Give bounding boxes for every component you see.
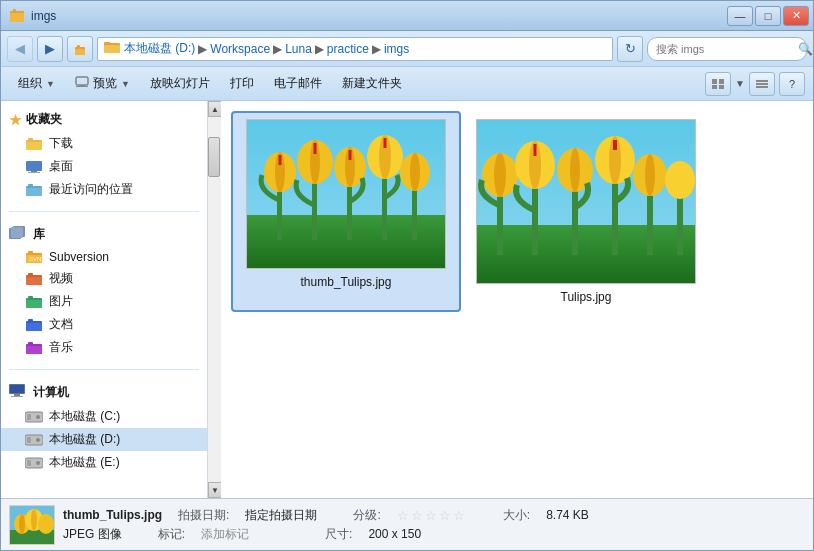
sidebar-item-subversion[interactable]: SVN Subversion [1, 247, 207, 267]
up-button[interactable] [67, 36, 93, 62]
svg-rect-46 [28, 342, 33, 345]
status-size-label: 大小: [503, 507, 530, 524]
svg-point-53 [36, 415, 40, 419]
title-bar-buttons: — □ ✕ [727, 6, 809, 26]
thumbnail-tulips [476, 119, 696, 284]
svg-point-59 [36, 461, 40, 465]
title-bar: imgs — □ ✕ [1, 1, 813, 31]
status-rating-stars: ☆☆☆☆☆ [397, 508, 467, 523]
sidebar-scrollbar: ▲ ▼ [207, 101, 221, 498]
svg-rect-20 [26, 142, 42, 150]
back-button[interactable]: ◀ [7, 36, 33, 62]
svg-rect-33 [28, 251, 33, 254]
scrollbar-up-button[interactable]: ▲ [208, 101, 222, 117]
svg-rect-9 [76, 77, 88, 85]
organize-button[interactable]: 组织 ▼ [9, 71, 64, 97]
preview-button[interactable]: 预览 ▼ [66, 71, 139, 97]
main-content: ★ 收藏夹 下载 [1, 101, 813, 498]
file-item-thumb-tulips[interactable]: thumb_Tulips.jpg [231, 111, 461, 312]
title-bar-left: imgs [9, 8, 56, 24]
window-title: imgs [31, 9, 56, 23]
svg-rect-36 [26, 277, 42, 285]
close-button[interactable]: ✕ [783, 6, 809, 26]
thumbnail-thumb-tulips [246, 119, 446, 269]
new-folder-button[interactable]: 新建文件夹 [333, 71, 411, 97]
sidebar-item-drive-d[interactable]: 本地磁盘 (D:) [1, 428, 207, 451]
status-filetype: JPEG 图像 [63, 526, 122, 543]
pictures-icon [25, 295, 43, 309]
filename-tulips: Tulips.jpg [561, 290, 612, 304]
search-box: 🔍 [647, 37, 807, 61]
drive-d-icon [25, 433, 43, 447]
status-capture-label: 拍摄日期: [178, 507, 229, 524]
scrollbar-thumb[interactable] [208, 137, 220, 177]
svg-point-105 [19, 514, 25, 534]
status-row-2: JPEG 图像 标记: 添加标记 尺寸: 200 x 150 [63, 526, 805, 543]
view-large-icon-button[interactable] [705, 72, 731, 96]
svg-rect-8 [104, 42, 110, 45]
view-dropdown-arrow[interactable]: ▼ [735, 78, 745, 89]
toolbar: 组织 ▼ 预览 ▼ 放映幻灯片 打印 电子邮件 新建文件夹 [1, 67, 813, 101]
library-section: 库 SVN Subversion [1, 216, 207, 365]
svg-rect-27 [28, 184, 33, 187]
sidebar-item-music[interactable]: 音乐 [1, 336, 207, 359]
forward-button[interactable]: ▶ [37, 36, 63, 62]
svg-point-90 [494, 153, 506, 197]
computer-header[interactable]: 计算机 [1, 380, 207, 405]
sidebar-item-video[interactable]: 视频 [1, 267, 207, 290]
svg-point-100 [645, 154, 655, 196]
library-header[interactable]: 库 [1, 222, 207, 247]
status-thumbnail [9, 505, 55, 545]
path-workspace[interactable]: Workspace [210, 42, 270, 56]
sidebar-item-download[interactable]: 下载 [1, 132, 207, 155]
favorites-header[interactable]: ★ 收藏夹 [1, 107, 207, 132]
status-tag-label: 标记: [158, 526, 185, 543]
slideshow-button[interactable]: 放映幻灯片 [141, 71, 219, 97]
search-input[interactable] [656, 43, 794, 55]
svg-rect-1 [10, 13, 24, 22]
svg-rect-17 [756, 83, 768, 85]
help-button[interactable]: ? [779, 72, 805, 96]
sidebar-item-recent[interactable]: 最近访问的位置 [1, 178, 207, 201]
path-practice[interactable]: practice [327, 42, 369, 56]
svg-rect-39 [26, 300, 42, 308]
sidebar-item-desktop[interactable]: 桌面 [1, 155, 207, 178]
sidebar-item-documents[interactable]: 文档 [1, 313, 207, 336]
path-disk[interactable]: 本地磁盘 (D:) [124, 40, 195, 57]
svg-rect-22 [26, 161, 42, 171]
address-path[interactable]: 本地磁盘 (D:) ▶ Workspace ▶ Luna ▶ practice … [97, 37, 613, 61]
status-dimension-label: 尺寸: [325, 526, 352, 543]
computer-icon [9, 384, 25, 401]
email-button[interactable]: 电子邮件 [265, 71, 331, 97]
svg-rect-42 [26, 323, 42, 331]
file-item-tulips[interactable]: Tulips.jpg [471, 111, 701, 312]
download-icon [25, 137, 43, 151]
svg-rect-14 [712, 85, 717, 89]
svg-rect-88 [677, 190, 683, 255]
toolbar-right: ▼ ? [705, 72, 805, 96]
status-size: 8.74 KB [546, 508, 589, 522]
scrollbar-down-button[interactable]: ▼ [208, 482, 222, 498]
svg-rect-37 [28, 273, 33, 276]
path-imgs[interactable]: imgs [384, 42, 409, 56]
svg-point-95 [570, 148, 580, 192]
status-filename: thumb_Tulips.jpg [63, 508, 162, 522]
svg-rect-5 [77, 45, 80, 48]
path-luna[interactable]: Luna [285, 42, 312, 56]
minimize-button[interactable]: — [727, 6, 753, 26]
print-button[interactable]: 打印 [221, 71, 263, 97]
svg-point-108 [38, 514, 54, 534]
svn-icon: SVN [25, 250, 43, 264]
video-icon [25, 272, 43, 286]
svg-rect-2 [13, 9, 16, 12]
view-list-button[interactable] [749, 72, 775, 96]
maximize-button[interactable]: □ [755, 6, 781, 26]
svg-rect-11 [76, 86, 88, 87]
sidebar-item-drive-e[interactable]: 本地磁盘 (E:) [1, 451, 207, 474]
drive-c-icon [25, 410, 43, 424]
svg-rect-4 [75, 49, 85, 55]
refresh-button[interactable]: ↻ [617, 36, 643, 62]
sidebar-item-pictures[interactable]: 图片 [1, 290, 207, 313]
filename-thumb-tulips: thumb_Tulips.jpg [301, 275, 392, 289]
sidebar-item-drive-c[interactable]: 本地磁盘 (C:) [1, 405, 207, 428]
